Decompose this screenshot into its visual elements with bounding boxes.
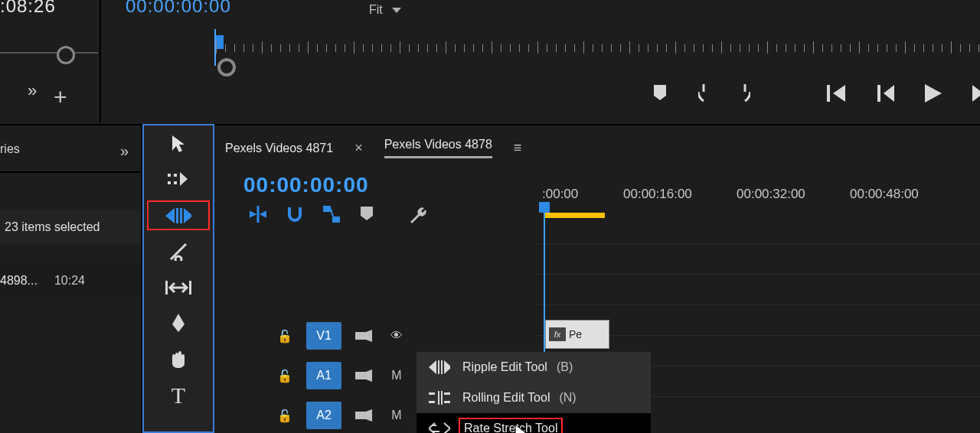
- svg-rect-25: [444, 401, 450, 403]
- toggle-output-icon[interactable]: [355, 330, 374, 342]
- track-v1-badge[interactable]: V1: [306, 322, 341, 350]
- scrub-knob[interactable]: [57, 46, 75, 64]
- svg-rect-21: [429, 401, 435, 403]
- panel-tab-fragment: ries: [0, 142, 20, 156]
- ripple-edit-tool[interactable]: [144, 197, 213, 233]
- menu-label: Rate Stretch Tool: [462, 422, 559, 433]
- tool-flyout-menu: Ripple Edit Tool (B) Rolling Edit Tool (…: [416, 352, 651, 433]
- track-v1-header[interactable]: 🔓 V1 👁: [277, 319, 470, 353]
- bin-row[interactable]: 4898... 10:24: [0, 263, 141, 298]
- svg-rect-18: [438, 360, 439, 374]
- menu-label: Rolling Edit Tool: [462, 391, 550, 405]
- svg-rect-9: [176, 208, 178, 223]
- selection-tool[interactable]: [144, 125, 213, 161]
- svg-rect-7: [168, 181, 171, 184]
- tool-palette: T: [142, 124, 214, 433]
- lock-icon[interactable]: 🔓: [277, 329, 292, 343]
- track-select-tool[interactable]: [144, 161, 213, 197]
- svg-rect-8: [174, 181, 177, 184]
- program-playhead[interactable]: [216, 35, 224, 49]
- svg-rect-22: [438, 391, 439, 405]
- zoom-select[interactable]: Fit: [369, 0, 449, 20]
- razor-tool[interactable]: [144, 233, 213, 269]
- bin-duration: 10:24: [54, 274, 85, 288]
- lock-icon[interactable]: 🔓: [277, 409, 292, 423]
- pen-tool[interactable]: [144, 305, 213, 341]
- menu-ripple-edit[interactable]: Ripple Edit Tool (B): [416, 352, 651, 383]
- track-a1-badge[interactable]: A1: [306, 362, 341, 389]
- sequence-menu-icon[interactable]: ≡: [514, 140, 522, 156]
- chevron-down-icon: [392, 8, 401, 13]
- svg-rect-23: [441, 391, 443, 405]
- slip-tool[interactable]: [144, 269, 213, 305]
- eye-icon[interactable]: 👁: [387, 329, 406, 343]
- add-button[interactable]: +: [54, 84, 67, 110]
- fx-badge: fx: [549, 327, 566, 341]
- svg-rect-10: [180, 208, 182, 223]
- go-to-in-button[interactable]: [827, 85, 847, 102]
- panel-collapse-chevrons-icon[interactable]: »: [120, 142, 129, 160]
- ruler-mark-3: 00:00:48:00: [850, 187, 919, 202]
- insert-mode-icon[interactable]: [250, 206, 266, 223]
- toggle-output-icon[interactable]: [355, 409, 374, 422]
- source-timecode: :08:26: [0, 0, 56, 17]
- play-button[interactable]: [925, 84, 942, 103]
- add-marker-icon[interactable]: [360, 207, 374, 222]
- svg-rect-0: [827, 85, 830, 102]
- svg-rect-16: [355, 372, 366, 379]
- menu-shortcut: (N): [559, 391, 576, 405]
- svg-rect-1: [877, 85, 880, 102]
- timeline-timecode[interactable]: 00:00:00:00: [243, 173, 369, 197]
- source-scrubber[interactable]: [0, 44, 98, 63]
- svg-rect-11: [165, 281, 168, 295]
- svg-rect-13: [323, 206, 331, 212]
- menu-rolling-edit[interactable]: Rolling Edit Tool (N): [416, 383, 651, 413]
- linked-selection-icon[interactable]: [323, 206, 340, 223]
- type-tool[interactable]: T: [144, 377, 213, 413]
- svg-rect-17: [355, 412, 366, 419]
- snap-icon[interactable]: [286, 206, 303, 223]
- program-ruler[interactable]: [214, 29, 972, 66]
- mute-button[interactable]: M: [387, 369, 406, 383]
- zoom-label: Fit: [369, 3, 383, 17]
- svg-rect-6: [174, 174, 177, 177]
- toggle-output-icon[interactable]: [355, 370, 374, 382]
- program-timecode: 00:00:00:00: [126, 0, 231, 17]
- ruler-mark-2: 00:00:32:00: [737, 187, 805, 202]
- sequence-tab-0[interactable]: Pexels Videos 4871: [225, 142, 333, 155]
- ruler-mark-0: :00:00: [542, 187, 578, 202]
- mark-in-button[interactable]: [698, 84, 709, 103]
- step-back-button[interactable]: [877, 85, 894, 102]
- mark-out-button[interactable]: [740, 84, 750, 103]
- track-a2-badge[interactable]: A2: [306, 402, 341, 429]
- close-tab-0[interactable]: ×: [354, 140, 363, 156]
- svg-rect-19: [441, 360, 443, 374]
- sequence-tab-1[interactable]: Pexels Videos 4878: [384, 138, 492, 158]
- svg-rect-5: [168, 174, 171, 177]
- settings-wrench-icon[interactable]: [409, 205, 427, 223]
- svg-rect-20: [429, 392, 435, 395]
- lock-icon[interactable]: 🔓: [277, 369, 292, 383]
- in-out-range[interactable]: [545, 213, 605, 218]
- bin-name: 4898...: [0, 274, 38, 288]
- program-knob[interactable]: [217, 58, 236, 77]
- selection-status: 23 items selected: [0, 210, 141, 245]
- step-forward-button[interactable]: [972, 85, 980, 102]
- menu-rate-stretch[interactable]: Rate Stretch Tool: [416, 413, 651, 433]
- ruler-mark-1: 00:00:16:00: [623, 187, 692, 202]
- menu-label: Ripple Edit Tool: [462, 360, 547, 374]
- svg-rect-15: [355, 332, 366, 340]
- mute-button[interactable]: M: [387, 409, 406, 422]
- menu-shortcut: (B): [557, 360, 573, 374]
- clip-label: Pe: [569, 328, 582, 340]
- hand-tool[interactable]: [144, 341, 213, 377]
- video-clip[interactable]: fx Pe: [545, 320, 609, 349]
- svg-rect-24: [444, 392, 450, 395]
- add-marker-button[interactable]: [652, 85, 668, 102]
- expand-chevrons-icon[interactable]: »: [28, 81, 37, 101]
- svg-rect-12: [189, 281, 191, 295]
